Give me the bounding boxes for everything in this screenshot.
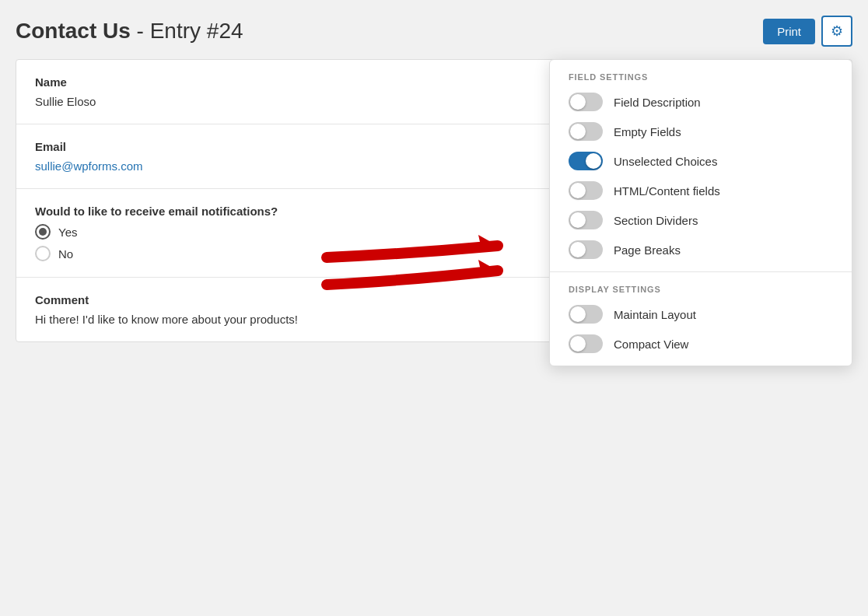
email-link[interactable]: sullie@wpforms.com [35,159,143,173]
toggle-page-breaks[interactable] [569,240,603,259]
toggle-row-html-content: HTML/Content fields [569,181,833,200]
toggle-row-section-dividers: Section Dividers [569,211,833,229]
radio-no-indicator [35,246,51,261]
radio-yes-label: Yes [58,226,77,239]
toggle-label-empty-fields: Empty Fields [614,125,681,138]
page-wrapper: Contact Us - Entry #24 Print ⚙ Name Sull… [16,16,852,342]
toggle-unselected-choices[interactable] [569,152,603,170]
title-bold: Contact Us [16,19,131,43]
page-title: Contact Us - Entry #24 [16,19,243,44]
settings-panel: FIELD SETTINGS Field Description Empty F… [549,59,852,366]
toggle-maintain-layout[interactable] [569,305,603,324]
toggle-row-maintain-layout: Maintain Layout [569,305,833,324]
toggle-row-unselected-choices: Unselected Choices [569,152,833,170]
toggle-field-description[interactable] [569,93,603,111]
toggle-section-dividers[interactable] [569,211,603,229]
header-actions: Print ⚙ [763,16,852,47]
field-settings-section: FIELD SETTINGS Field Description Empty F… [550,60,852,271]
toggle-label-unselected-choices: Unselected Choices [614,155,717,168]
display-settings-section: DISPLAY SETTINGS Maintain Layout Compact… [550,272,852,366]
field-settings-title: FIELD SETTINGS [569,72,833,82]
radio-yes-indicator [35,224,51,240]
toggle-label-compact-view: Compact View [614,338,688,351]
toggle-row-compact-view: Compact View [569,334,833,353]
print-button[interactable]: Print [763,19,815,44]
toggle-label-field-description: Field Description [614,96,701,109]
radio-no-label: No [58,247,73,261]
toggle-row-empty-fields: Empty Fields [569,122,833,141]
toggle-row-page-breaks: Page Breaks [569,240,833,259]
toggle-label-section-dividers: Section Dividers [614,214,698,227]
entry-number: Entry #24 [150,19,243,43]
toggle-label-page-breaks: Page Breaks [614,243,681,257]
toggle-label-html-content: HTML/Content fields [614,184,720,198]
toggle-row-field-description: Field Description [569,93,833,111]
settings-button[interactable]: ⚙ [821,16,852,47]
display-settings-title: DISPLAY SETTINGS [569,285,833,294]
toggle-empty-fields[interactable] [569,122,603,141]
gear-icon: ⚙ [831,23,843,40]
toggle-compact-view[interactable] [569,334,603,353]
toggle-html-content[interactable] [569,181,603,200]
main-content: Name Sullie Eloso Email sullie@wpforms.c… [16,59,852,342]
page-header: Contact Us - Entry #24 Print ⚙ [16,16,852,47]
toggle-label-maintain-layout: Maintain Layout [614,308,696,321]
